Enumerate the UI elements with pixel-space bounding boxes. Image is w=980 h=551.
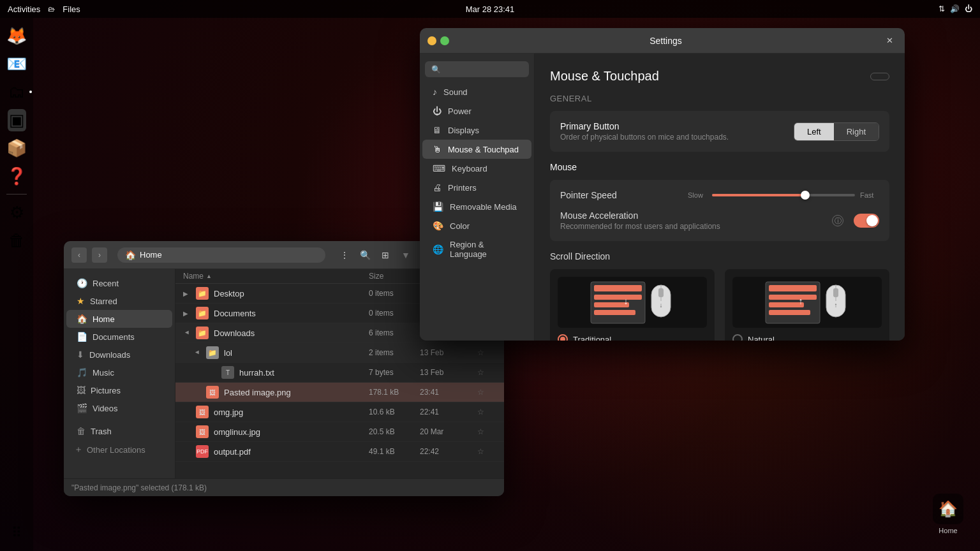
star-icon[interactable]: ☆ [477, 447, 496, 456]
svg-rect-12 [769, 295, 817, 300]
settings-window-title: Settings [449, 36, 882, 46]
primary-button-sublabel: Order of physical buttons on mice and to… [560, 133, 729, 142]
mouse-accel-label: Mouse Acceleration [560, 210, 720, 221]
desktop-home-shortcut[interactable]: 🏠 Home [929, 494, 967, 538]
settings-nav-mouse[interactable]: 🖱 Mouse & Touchpad [422, 140, 531, 159]
dock-firefox[interactable]: 🦊 [4, 23, 29, 48]
videos-icon: 🎬 [77, 403, 87, 413]
star-icon[interactable]: ☆ [477, 427, 496, 436]
fm-statusbar: "Pasted image.png" selected (178.1 kB) [64, 478, 504, 496]
sound-icon[interactable]: 🔊 [950, 4, 960, 13]
scroll-traditional-option[interactable]: ↓ ↓ Traditional [550, 269, 715, 341]
sidebar-item-starred[interactable]: ★ Starred [66, 292, 172, 310]
settings-nav-removable[interactable]: 💾 Removable Media [422, 197, 531, 216]
table-row[interactable]: ▶ 🖼 omglinux.jpg 20.5 kB 20 Mar ☆ [175, 422, 504, 442]
dock-settings[interactable]: ⚙ [4, 200, 29, 225]
home-folder-icon: 🏠 [77, 314, 87, 324]
settings-window: Settings ✕ 🔍 ♪ Sound ⏻ Power 🖥 Displays [420, 28, 905, 341]
mouse-accel-toggle[interactable] [854, 214, 879, 228]
sidebar-item-recent[interactable]: 🕐 Recent [66, 274, 172, 292]
dock-software[interactable]: 📦 [4, 135, 29, 161]
minimize-button[interactable] [427, 36, 436, 45]
close-button[interactable]: ✕ [882, 34, 897, 47]
pictures-icon: 🖼 [77, 385, 85, 395]
star-icon[interactable]: ☆ [477, 348, 496, 357]
right-button[interactable]: Right [834, 123, 879, 140]
star-icon[interactable]: ☆ [477, 388, 496, 397]
fm-view-list-button[interactable]: ▼ [397, 246, 415, 264]
pointer-speed-slider-track[interactable] [712, 194, 855, 196]
file-size: 6 items [369, 328, 420, 337]
sidebar-item-pictures[interactable]: 🖼 Pictures [66, 381, 172, 399]
table-row[interactable]: ▶ T hurrah.txt 7 bytes 13 Feb ☆ [175, 363, 504, 383]
left-button[interactable]: Left [794, 123, 834, 140]
expand-icon: ▼ [194, 349, 201, 356]
settings-nav-printers[interactable]: 🖨 Printers [422, 178, 531, 197]
table-row[interactable]: ▶ PDF output.pdf 49.1 kB 22:42 ☆ [175, 442, 504, 462]
settings-nav-keyboard[interactable]: ⌨ Keyboard [422, 159, 531, 178]
dock-files[interactable]: 🗂 [4, 79, 29, 105]
svg-rect-4 [594, 310, 635, 315]
maximize-button[interactable] [440, 36, 449, 45]
fm-search-button[interactable]: 🔍 [356, 246, 374, 264]
settings-search-input[interactable] [445, 64, 523, 74]
dock-apps[interactable]: ⠿ [4, 520, 29, 546]
natural-label: Natural [732, 334, 882, 341]
fm-forward-button[interactable]: › [92, 247, 107, 263]
sidebar-item-home[interactable]: 🏠 Home [66, 310, 172, 328]
dock-terminal[interactable]: ▣ [4, 107, 29, 133]
test-settings-button[interactable] [870, 73, 889, 80]
dock: 🦊 📧 🗂 ▣ 📦 ❓ ⚙ 🗑 ⠿ [0, 18, 33, 551]
folder-icon: 📁 [206, 346, 219, 359]
mouse-acceleration-row: Mouse Acceleration Recommended for most … [560, 210, 879, 231]
col-size: Size [369, 272, 420, 281]
recent-icon: 🕐 [77, 278, 87, 288]
svg-rect-2 [594, 295, 642, 300]
svg-rect-1 [594, 285, 642, 291]
sidebar-item-music[interactable]: 🎵 Music [66, 364, 172, 381]
image-file-icon: 🖼 [206, 386, 219, 399]
settings-nav-sound[interactable]: ♪ Sound [422, 82, 531, 101]
table-row[interactable]: ▼ 📁 lol 2 items 13 Feb ☆ [175, 343, 504, 363]
fm-back-button[interactable]: ‹ [71, 247, 87, 263]
info-icon[interactable]: ⓘ [832, 215, 843, 226]
file-name-cell: ▶ T hurrah.txt [209, 366, 369, 379]
settings-nav-displays[interactable]: 🖥 Displays [422, 121, 531, 140]
sidebar-item-videos[interactable]: 🎬 Videos [66, 399, 172, 417]
sidebar-item-downloads[interactable]: ⬇ Downloads [66, 346, 172, 364]
sidebar-add-locations[interactable]: ＋ Other Locations [64, 440, 175, 459]
scroll-traditional-image: ↓ ↓ [558, 277, 707, 328]
file-name: Downloads [214, 328, 255, 338]
dock-trash[interactable]: 🗑 [4, 228, 29, 253]
power-menu-icon[interactable]: ⏻ [965, 4, 972, 13]
sound-nav-icon: ♪ [433, 87, 437, 97]
table-row[interactable]: ▶ 🖼 omg.jpg 10.6 kB 22:41 ☆ [175, 402, 504, 422]
col-name[interactable]: Name ▲ [183, 272, 369, 281]
expand-icon: ▶ [183, 290, 191, 297]
file-name: output.pdf [214, 447, 251, 457]
dock-thunderbird[interactable]: 📧 [4, 51, 29, 77]
settings-nav-color[interactable]: 🎨 Color [422, 216, 531, 235]
files-menu[interactable]: Files [63, 4, 80, 14]
sidebar-item-trash[interactable]: 🗑 Trash [66, 422, 172, 440]
activities-button[interactable]: Activities [8, 4, 40, 14]
pdf-file-icon: PDF [196, 445, 209, 458]
file-size: 7 bytes [369, 368, 420, 377]
folder-icon: 📁 [196, 327, 209, 339]
settings-sidebar: 🔍 ♪ Sound ⏻ Power 🖥 Displays 🖱 Mouse & T… [420, 54, 535, 341]
svg-rect-14 [769, 310, 810, 315]
file-date: 13 Feb [420, 368, 477, 377]
star-icon[interactable]: ☆ [477, 408, 496, 416]
search-icon: 🔍 [431, 65, 441, 74]
star-icon[interactable]: ☆ [477, 368, 496, 377]
file-size: 178.1 kB [369, 388, 420, 397]
settings-nav-region[interactable]: 🌐 Region & Language [422, 235, 531, 263]
sidebar-item-documents[interactable]: 📄 Documents [66, 328, 172, 346]
scroll-natural-option[interactable]: ↑ ↑ Natural Scrolling mo [725, 269, 889, 341]
file-name-cell: ▼ 📁 lol [193, 346, 369, 359]
fm-view-grid-button[interactable]: ⊞ [376, 246, 394, 264]
settings-nav-power[interactable]: ⏻ Power [422, 101, 531, 121]
table-row[interactable]: ▶ 🖼 Pasted image.png 178.1 kB 23:41 ☆ [175, 383, 504, 402]
fm-menu-button[interactable]: ⋮ [336, 246, 353, 264]
dock-help[interactable]: ❓ [4, 163, 29, 189]
